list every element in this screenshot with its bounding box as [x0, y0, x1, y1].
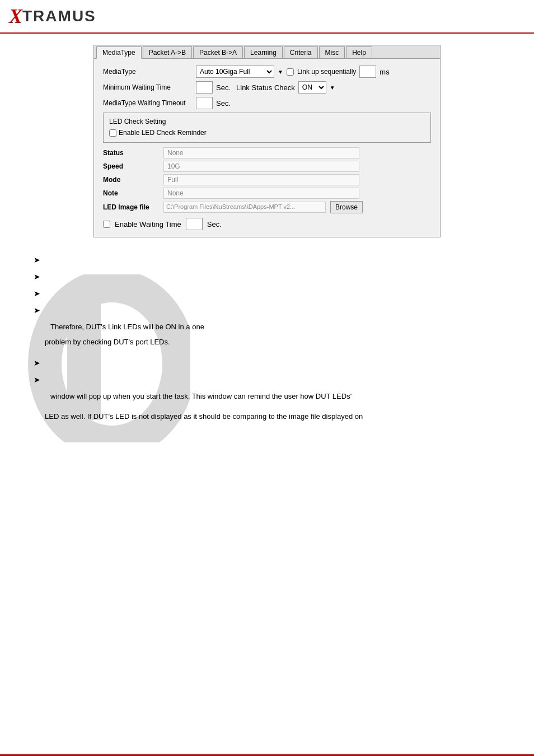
led-enable-checkbox[interactable] — [109, 129, 116, 137]
link-seq-value[interactable]: 200 — [359, 66, 376, 78]
status-row: Status None — [103, 147, 431, 158]
panel-body: MediaType Auto 10Giga Full ▼ Link up seq… — [94, 59, 440, 237]
waiting-enable-checkbox[interactable] — [103, 221, 110, 228]
bullet-arrow-6: ➤ — [34, 375, 43, 384]
timeout-value[interactable]: 5 — [196, 97, 213, 109]
bullet-arrow-2: ➤ — [34, 272, 43, 281]
mediatype-select[interactable]: Auto 10Giga Full — [196, 66, 274, 78]
waiting-value[interactable]: 5 — [186, 218, 203, 230]
logo-tramus: TRAMUS — [22, 7, 96, 25]
logo-x: X — [9, 4, 22, 28]
mode-value: Full — [163, 174, 359, 185]
bullet-item-4: ➤ — [34, 305, 500, 315]
browse-button[interactable]: Browse — [330, 201, 363, 213]
bullet-item-2: ➤ — [34, 271, 500, 281]
timeout-row: MediaType Waiting Timeout 5 Sec. — [103, 97, 431, 109]
status-value: None — [163, 147, 359, 158]
paragraph-therefore: Therefore, DUT's Link LEDs will be ON in… — [50, 321, 500, 333]
note-row: Note None — [103, 188, 431, 199]
mode-row: Mode Full — [103, 174, 431, 185]
tab-criteria[interactable]: Criteria — [284, 46, 318, 58]
mode-label: Mode — [103, 176, 159, 184]
led-group-box: LED Check Setting Enable LED Check Remin… — [103, 113, 431, 143]
timeout-unit: Sec. — [216, 99, 231, 108]
tab-misc[interactable]: Misc — [319, 46, 345, 58]
min-wait-label: Minimum Waiting Time — [103, 83, 193, 91]
bullet-item-6: ➤ — [34, 374, 500, 384]
bullet-arrow-5: ➤ — [34, 358, 43, 367]
led-image-row: LED Image file C:\Program Files\NuStream… — [103, 201, 431, 213]
led-group-title: LED Check Setting — [109, 118, 425, 125]
tab-learning[interactable]: Learning — [244, 46, 283, 58]
tab-mediatype[interactable]: MediaType — [96, 46, 142, 59]
settings-panel: MediaType Packet A->B Packet B->A Learni… — [93, 45, 441, 237]
paragraph-window: window will pop up when you start the ta… — [50, 391, 500, 403]
bullet-arrow-1: ➤ — [34, 255, 43, 264]
paragraph-led: LED as well. If DUT's LED is not display… — [45, 411, 500, 423]
bullet-item-1: ➤ — [34, 254, 500, 264]
min-wait-row: Minimum Waiting Time 2 Sec. Link Status … — [103, 81, 431, 94]
status-label: Status — [103, 149, 159, 157]
bullet-item-3: ➤ — [34, 288, 500, 298]
mediatype-row: MediaType Auto 10Giga Full ▼ Link up seq… — [103, 66, 431, 78]
app-header: X TRAMUS — [0, 0, 534, 34]
link-seq-checkbox[interactable] — [287, 68, 294, 76]
bullet-item-5: ➤ — [34, 357, 500, 367]
speed-value: 10G — [163, 161, 359, 172]
link-status-arrow-icon: ▼ — [330, 85, 335, 91]
led-image-path: C:\Program Files\NuStreams\\DApps-MPT v2… — [163, 202, 326, 213]
speed-label: Speed — [103, 162, 159, 170]
led-enable-text: Enable LED Check Reminder — [119, 129, 207, 137]
dropdown-arrow-icon: ▼ — [278, 69, 283, 75]
tab-help[interactable]: Help — [346, 46, 372, 58]
bullet-arrow-3: ➤ — [34, 289, 43, 298]
waiting-enable-label: Enable Waiting Time — [115, 220, 181, 228]
tab-packet-ab[interactable]: Packet A->B — [143, 46, 192, 58]
note-value: None — [163, 188, 359, 199]
link-seq-unit: ms — [380, 68, 389, 76]
led-enable-label[interactable]: Enable LED Check Reminder — [109, 129, 425, 137]
tab-bar: MediaType Packet A->B Packet B->A Learni… — [94, 45, 440, 59]
note-label: Note — [103, 189, 159, 197]
tab-packet-ba[interactable]: Packet B->A — [193, 46, 243, 58]
mediatype-label: MediaType — [103, 68, 193, 76]
bullet-arrow-4: ➤ — [34, 306, 43, 315]
timeout-label: MediaType Waiting Timeout — [103, 99, 193, 107]
link-seq-label: Link up sequentially — [297, 68, 356, 76]
min-wait-unit: Sec. — [216, 83, 231, 92]
waiting-unit: Sec. — [207, 220, 222, 228]
min-wait-value[interactable]: 2 — [196, 81, 213, 94]
link-status-label: Link Status Check — [236, 83, 295, 92]
led-image-label: LED Image file — [103, 203, 159, 211]
waiting-row: Enable Waiting Time 5 Sec. — [103, 218, 431, 230]
speed-row: Speed 10G — [103, 161, 431, 172]
paragraph-problem: problem by checking DUT's port LEDs. — [45, 337, 500, 348]
content-area: ➤ ➤ ➤ ➤ Therefore, DUT's Link LEDs will … — [22, 249, 512, 437]
link-status-select[interactable]: ON OFF — [298, 81, 326, 94]
